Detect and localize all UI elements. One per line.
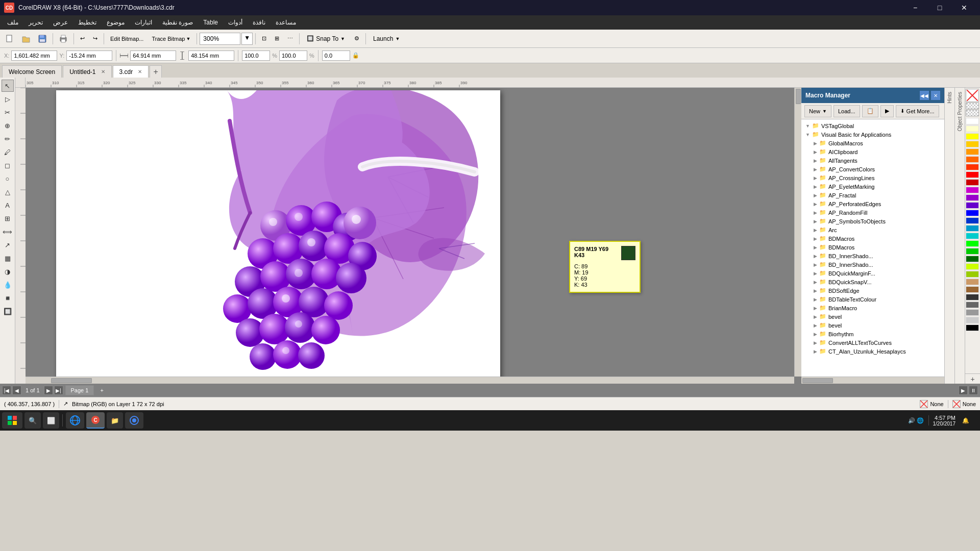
stop-button[interactable]: ⏸ [969,386,978,395]
add-tab-button[interactable]: + [150,65,162,78]
tab-welcome[interactable]: Welcome Screen [2,65,62,78]
rectangle-tool[interactable]: ◻ [2,159,14,171]
palette-white[interactable] [966,118,979,124]
menu-tools[interactable]: أدوات [223,17,248,28]
macro-h-thumb[interactable] [802,378,833,383]
macro-close-button[interactable]: ✕ [931,91,940,100]
tree-item-apparforatedges[interactable]: ▶ 📁 AP_PerforatedEdges [801,199,944,208]
settings-button[interactable]: ⚙ [351,32,363,46]
trace-bitmap-button[interactable]: Trace Bitmap ▼ [148,32,194,46]
connector-tool[interactable]: ↗ [2,239,14,251]
tree-item-apconvertcolors[interactable]: ▶ 📁 AP_ConvertColors [801,165,944,173]
tree-item-bdmacros1[interactable]: ▶ 📁 BDMacros [801,234,944,243]
tree-item-apsymbolstoobjects[interactable]: ▶ 📁 AP_SymbolsToObjects [801,217,944,226]
play-button[interactable]: ▶ [959,386,968,395]
width-input[interactable] [130,51,176,61]
height-input[interactable] [188,51,234,61]
x-coord-input[interactable] [11,51,57,61]
tree-item-apcrossing[interactable]: ▶ 📁 AP_CrossingLines [801,173,944,182]
tree-item-ctalan[interactable]: ▶ 📁 CT_Alan_Uzunluk_Hesaplaycs [801,347,944,356]
tree-item-vba[interactable]: ▼ 📁 Visual Basic for Applications [801,130,944,139]
crop-tool[interactable]: ✂ [2,106,14,118]
menu-effects[interactable]: اثبارات [130,17,157,28]
macro-scrollbar-h[interactable] [801,377,944,384]
close-button[interactable]: ✕ [952,0,976,15]
view-grid-button[interactable]: ⊞ [271,32,283,46]
palette-magenta[interactable] [966,187,979,193]
menu-bitmap[interactable]: صورة نقطية [157,17,198,28]
menu-edit[interactable]: تحرير [23,17,48,28]
snap-to-button[interactable]: 🔲 Snap To ▼ [302,32,350,46]
menu-object[interactable]: موضوع [102,17,130,28]
tree-item-apeyelet[interactable]: ▶ 📁 AP_EyeletMarking [801,182,944,191]
palette-darkblue[interactable] [966,217,979,224]
fill-tool[interactable]: ▦ [2,252,14,264]
freehand-tool[interactable]: ✏ [2,133,14,145]
redo-button[interactable]: ↪ [89,32,101,46]
tree-item-bdquickmargin[interactable]: ▶ 📁 BDQuickMarginF... [801,269,944,278]
launch-button[interactable]: Launch ▼ [369,32,404,46]
palette-add-button[interactable]: + [965,373,980,384]
macro-run-button[interactable]: ▶ [880,105,894,117]
palette-darkgray[interactable] [966,294,979,300]
palette-red[interactable] [966,171,979,178]
macro-new-button[interactable]: New ▼ [804,105,831,117]
tree-item-bevel1[interactable]: ▶ 📁 bevel [801,312,944,321]
tree-item-aiclipboard[interactable]: ▶ 📁 AIClipboard [801,147,944,156]
scale-x-input[interactable] [242,51,270,61]
search-button[interactable]: 🔍 [24,412,41,429]
tree-item-arc[interactable]: ▶ 📁 Arc [801,226,944,234]
checker-swatch-2[interactable] [966,110,979,116]
tree-item-bdinnershadow2[interactable]: ▶ 📁 BD_InnerShado... [801,260,944,269]
palette-darkgreen[interactable] [966,248,979,255]
file-explorer-button[interactable]: 📁 [107,412,123,429]
tree-item-globalmacros[interactable]: ▶ 📁 GlobalMacros [801,139,944,147]
palette-cyan[interactable] [966,233,979,239]
first-page-button[interactable]: |◀ [2,386,11,395]
palette-lightyellow[interactable] [966,126,979,132]
add-page-button[interactable]: + [96,385,107,395]
palette-lime[interactable] [966,263,979,270]
scale-y-input[interactable] [279,51,307,61]
text-tool[interactable]: A [2,199,14,211]
tree-item-brianmacro[interactable]: ▶ 📁 BrianMacro [801,304,944,312]
tab-3cdr-close[interactable]: ✕ [138,69,142,74]
open-button[interactable] [18,32,34,46]
macro-get-more-button[interactable]: ⬇ Get More... [896,105,939,117]
macro-copy-button[interactable]: 📋 [862,105,878,117]
vertical-scrollbar[interactable] [794,88,801,377]
transparency-tool[interactable]: ◑ [2,265,14,278]
palette-purple[interactable] [966,194,979,201]
prev-page-button[interactable]: ◀ [12,386,21,395]
tree-item-vstaglobal[interactable]: ▼ 📁 VSTagGlobal [801,121,944,130]
undo-button[interactable]: ↩ [77,32,88,46]
outline-swatch[interactable] [952,400,961,408]
tree-item-aprandomfill[interactable]: ▶ 📁 AP_RandomFill [801,208,944,217]
maximize-button[interactable]: □ [928,0,951,15]
last-page-button[interactable]: ▶| [54,386,63,395]
tree-item-apfractal[interactable]: ▶ 📁 AP_Fractal [801,191,944,199]
outline-tool[interactable]: ◾ [2,292,14,304]
dimension-tool[interactable]: ⟺ [2,226,14,238]
print-button[interactable] [56,32,71,46]
h-scroll-thumb[interactable] [51,378,92,383]
tree-item-biorhythm[interactable]: ▶ 📁 Biorhythm [801,330,944,338]
palette-tan[interactable] [966,279,979,285]
edit-bitmap-button[interactable]: Edit Bitmap... [107,32,147,46]
hints-label[interactable]: Hints [947,88,952,108]
interactive-fill-tool[interactable]: 🔲 [2,305,14,317]
menu-layout[interactable]: تخطيط [73,17,102,28]
palette-lightgray[interactable] [966,309,979,316]
palette-brown[interactable] [966,286,979,293]
eyedropper-tool[interactable]: 💧 [2,279,14,291]
no-color-swatch[interactable] [966,89,979,102]
artistic-tool[interactable]: 🖊 [2,146,14,158]
zoom-dropdown[interactable]: ▼ [241,33,253,45]
tree-item-bdinnershadow1[interactable]: ▶ 📁 BD_InnerShado... [801,252,944,260]
palette-violet[interactable] [966,202,979,209]
tree-item-bdmacros2[interactable]: ▶ 📁 BDMacros [801,243,944,252]
tree-item-bdquicksnap[interactable]: ▶ 📁 BDQuickSnapV... [801,278,944,286]
palette-black[interactable] [966,324,979,331]
palette-orange[interactable] [966,148,979,155]
horizontal-scrollbar[interactable] [26,377,794,384]
